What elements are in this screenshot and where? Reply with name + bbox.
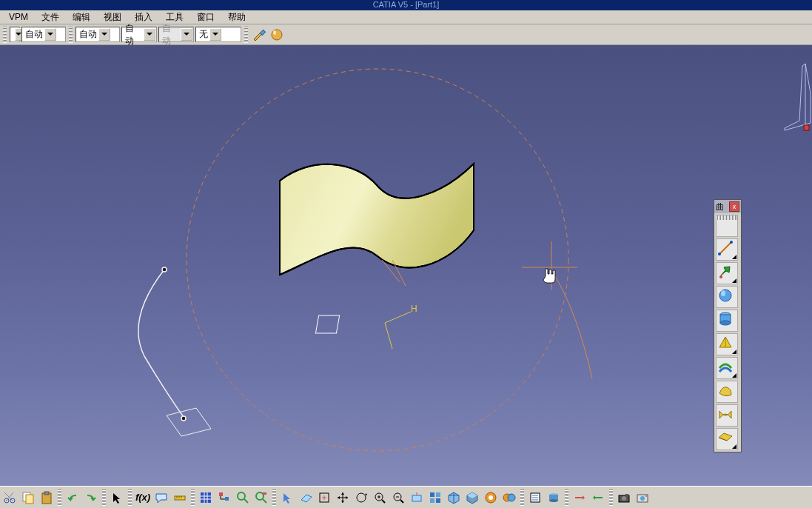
menu-vpm[interactable]: VPM bbox=[3, 11, 34, 23]
offset-tool-icon[interactable] bbox=[716, 357, 738, 379]
sweep-tool-icon[interactable] bbox=[716, 333, 738, 355]
plane-icon[interactable] bbox=[298, 489, 314, 506]
freeform-surface[interactable] bbox=[280, 164, 474, 275]
pan-icon[interactable] bbox=[335, 489, 351, 506]
toolbar-grip[interactable] bbox=[244, 27, 248, 43]
svg-rect-63 bbox=[412, 495, 421, 501]
paste-icon[interactable] bbox=[38, 489, 55, 506]
close-icon[interactable]: x bbox=[729, 201, 739, 212]
chevron-down-icon[interactable] bbox=[181, 28, 192, 41]
arrow2-icon[interactable] bbox=[279, 489, 295, 506]
chevron-down-icon[interactable] bbox=[209, 28, 221, 41]
chat-icon[interactable] bbox=[153, 489, 170, 506]
select-arrow-icon[interactable] bbox=[109, 489, 125, 506]
fit-icon[interactable] bbox=[316, 489, 332, 506]
toggle-icon[interactable] bbox=[571, 489, 588, 506]
mag-icon[interactable] bbox=[235, 489, 251, 506]
rotate-icon[interactable] bbox=[353, 489, 369, 506]
combo-auto-3[interactable]: 自动 bbox=[121, 27, 157, 42]
swap-icon[interactable] bbox=[501, 489, 517, 506]
spline-plane-endcap[interactable] bbox=[167, 408, 211, 436]
cut-icon[interactable] bbox=[1, 489, 18, 506]
toolbar-grip[interactable] bbox=[3, 27, 7, 43]
tree-icon[interactable] bbox=[216, 489, 232, 506]
undo-icon[interactable] bbox=[64, 489, 81, 506]
svg-point-56 bbox=[375, 493, 383, 501]
copy-icon[interactable] bbox=[20, 489, 36, 506]
surfaces-tool-panel[interactable]: 曲 x bbox=[714, 199, 742, 452]
multi-view-icon[interactable] bbox=[427, 489, 443, 506]
zoom-in-icon[interactable] bbox=[372, 489, 388, 506]
menu-bar: VPM 文件 编辑 视图 插入 工具 窗口 帮助 bbox=[0, 10, 812, 24]
toggle2-icon[interactable] bbox=[590, 489, 606, 506]
multisection-tool-icon[interactable] bbox=[716, 428, 738, 450]
window-title: CATIA V5 - [Part1] bbox=[373, 0, 440, 9]
separator bbox=[272, 489, 276, 506]
compass-handle-icon[interactable] bbox=[804, 125, 809, 130]
iso-view-icon[interactable] bbox=[446, 489, 462, 506]
svg-point-89 bbox=[645, 495, 647, 497]
axis-label-h: H bbox=[411, 304, 417, 314]
hide-icon[interactable] bbox=[483, 489, 499, 506]
menu-window[interactable]: 窗口 bbox=[191, 10, 221, 24]
svg-rect-87 bbox=[637, 495, 648, 502]
formula-icon[interactable]: f(x) bbox=[135, 489, 151, 506]
svg-rect-41 bbox=[219, 492, 223, 496]
menu-edit[interactable]: 编辑 bbox=[67, 10, 96, 24]
grid-icon[interactable] bbox=[198, 489, 214, 506]
menu-file[interactable]: 文件 bbox=[36, 10, 65, 24]
cache-icon[interactable] bbox=[546, 489, 562, 506]
properties-icon[interactable] bbox=[527, 489, 543, 506]
chevron-down-icon[interactable] bbox=[98, 28, 110, 41]
combo-auto-2[interactable]: 自动 bbox=[76, 27, 120, 42]
svg-rect-49 bbox=[263, 492, 266, 495]
chevron-down-icon[interactable] bbox=[44, 28, 56, 41]
line-tool-icon[interactable] bbox=[716, 262, 738, 284]
svg-point-73 bbox=[503, 494, 511, 501]
mag2-icon[interactable] bbox=[253, 489, 269, 506]
camera-icon[interactable] bbox=[616, 489, 632, 506]
svg-point-1 bbox=[272, 30, 282, 40]
menu-view[interactable]: 视图 bbox=[98, 10, 127, 24]
normal-view-icon[interactable] bbox=[409, 489, 425, 506]
zoom-out-icon[interactable] bbox=[390, 489, 406, 506]
svg-line-48 bbox=[263, 499, 266, 503]
svg-rect-75 bbox=[531, 493, 540, 502]
chevron-down-icon[interactable] bbox=[144, 28, 155, 41]
cylinder-tool-icon[interactable] bbox=[716, 310, 738, 332]
3d-viewport[interactable]: H bbox=[0, 45, 812, 486]
svg-rect-36 bbox=[201, 492, 211, 503]
combo-none[interactable]: 无 bbox=[195, 27, 241, 42]
measure-icon[interactable] bbox=[172, 489, 188, 506]
redo-icon[interactable] bbox=[83, 489, 99, 506]
svg-point-88 bbox=[640, 496, 645, 501]
shade-icon[interactable] bbox=[464, 489, 480, 506]
panel-grip[interactable] bbox=[716, 215, 738, 237]
svg-rect-3 bbox=[315, 315, 339, 333]
svg-rect-65 bbox=[430, 492, 434, 497]
spline-curve-left[interactable] bbox=[138, 267, 186, 421]
separator bbox=[191, 489, 195, 506]
combo-auto-1[interactable]: 自动 bbox=[21, 27, 66, 42]
svg-rect-0 bbox=[260, 30, 265, 35]
svg-point-16 bbox=[719, 275, 722, 278]
paint-brush-icon[interactable] bbox=[251, 27, 267, 43]
style-toolbar: 自动 自动 自动 自动 无 bbox=[0, 24, 812, 45]
svg-rect-80 bbox=[549, 495, 558, 501]
compass-widget[interactable] bbox=[785, 64, 811, 130]
sketch-element-right[interactable] bbox=[522, 241, 592, 378]
menu-help[interactable]: 帮助 bbox=[222, 10, 252, 24]
combo-auto-4[interactable]: 自动 bbox=[158, 27, 194, 42]
snapshot-icon[interactable] bbox=[634, 489, 651, 506]
toolbar-grip[interactable] bbox=[69, 27, 73, 43]
point-tool-icon[interactable] bbox=[716, 238, 738, 261]
material-sphere-icon[interactable] bbox=[269, 27, 285, 43]
combo-linestyle[interactable] bbox=[10, 27, 20, 42]
origin-axis-widget[interactable]: H bbox=[315, 304, 417, 349]
sphere-tool-icon[interactable] bbox=[716, 286, 738, 308]
blend-tool-icon[interactable] bbox=[716, 404, 738, 427]
svg-rect-29 bbox=[26, 495, 33, 504]
fill-tool-icon[interactable] bbox=[716, 381, 738, 403]
panel-title-bar[interactable]: 曲 x bbox=[714, 200, 741, 213]
svg-line-4 bbox=[385, 312, 411, 323]
